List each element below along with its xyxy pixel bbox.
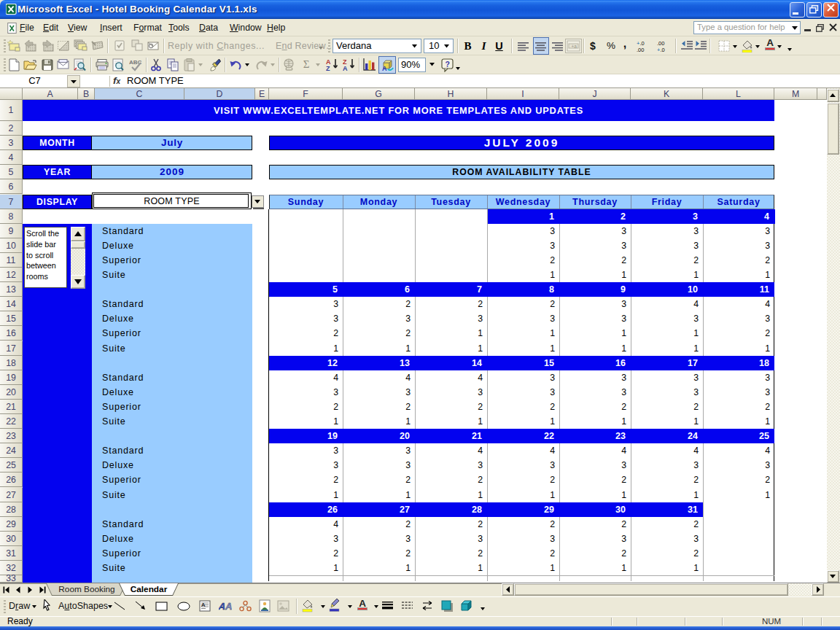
svg-text:+.0: +.0 (637, 40, 645, 47)
svg-text:+a: +a (572, 44, 578, 49)
svg-text:Z: Z (343, 58, 347, 66)
svg-text:A: A (201, 602, 206, 608)
svg-text:Z: Z (326, 65, 330, 71)
svg-text:A: A (225, 601, 232, 612)
svg-text:A: A (326, 58, 331, 66)
svg-text:?: ? (446, 60, 450, 69)
svg-text:.00: .00 (637, 47, 644, 52)
svg-text:A: A (382, 65, 387, 71)
svg-text:.00: .00 (657, 40, 664, 47)
svg-text:+.0: +.0 (657, 47, 665, 52)
svg-text:A: A (343, 65, 348, 71)
